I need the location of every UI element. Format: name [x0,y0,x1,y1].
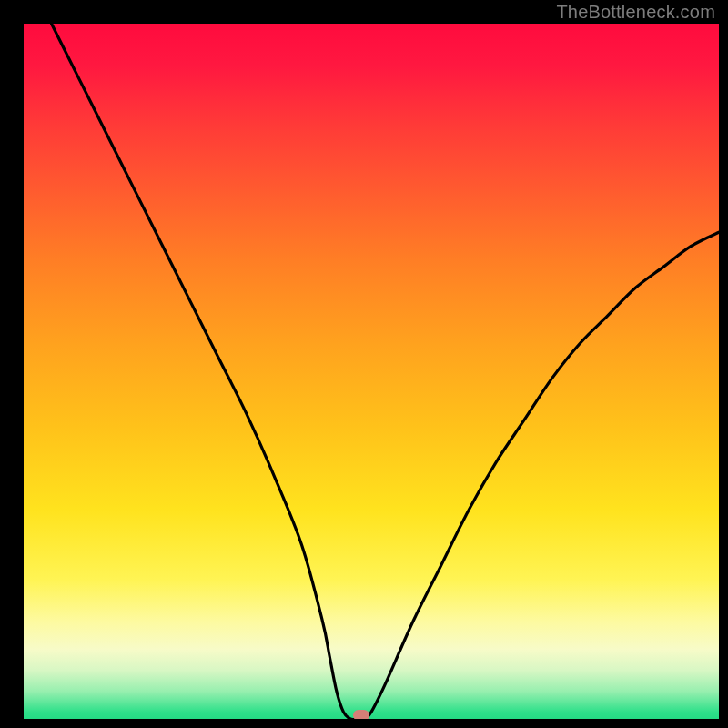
chart-frame [7,7,721,721]
plot-area [24,24,719,719]
optimal-point-marker [353,710,369,719]
watermark-text: TheBottleneck.com [556,2,715,23]
bottleneck-curve [24,24,719,719]
